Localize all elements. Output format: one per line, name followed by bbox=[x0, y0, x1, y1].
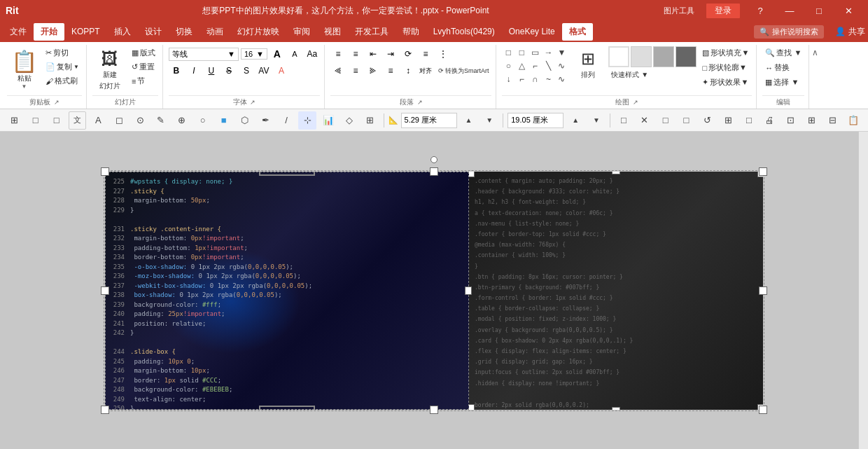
outer-top-left[interactable] bbox=[101, 167, 109, 176]
shape-circle[interactable]: ○ bbox=[502, 60, 514, 72]
window-maximize[interactable]: □ bbox=[805, 0, 833, 21]
tb2-extra1[interactable]: □ bbox=[615, 111, 633, 130]
decrease-indent-button[interactable]: ⇤ bbox=[365, 46, 381, 62]
menu-onekey[interactable]: OneKey Lite bbox=[502, 24, 562, 39]
select-button[interactable]: ▦ 选择 ▼ bbox=[762, 76, 802, 89]
outer-top-center[interactable] bbox=[430, 167, 438, 176]
share-button[interactable]: 👤 共享 bbox=[835, 26, 865, 38]
shape-rect3[interactable]: ▭ bbox=[528, 46, 541, 59]
shape-freeform[interactable]: ∿ bbox=[555, 73, 568, 85]
menu-animation[interactable]: 动画 bbox=[200, 23, 230, 41]
tb2-extra3[interactable]: □ bbox=[657, 111, 675, 130]
height-down[interactable]: ▼ bbox=[587, 111, 606, 130]
shape-outline-button[interactable]: □ 形状轮廓▼ bbox=[699, 61, 752, 74]
strikethrough-button[interactable]: S bbox=[221, 63, 237, 78]
align-center-button[interactable]: ≡ bbox=[348, 63, 363, 78]
shape-arrow[interactable]: → bbox=[542, 46, 554, 59]
menu-insert[interactable]: 插入 bbox=[107, 23, 138, 41]
menu-slideshow[interactable]: 幻灯片放映 bbox=[230, 23, 286, 41]
tb2-extra2[interactable]: ✕ bbox=[636, 111, 654, 130]
menu-file[interactable]: 文件 bbox=[3, 23, 34, 41]
vertical-scrollbar[interactable] bbox=[858, 132, 868, 449]
shape-angle[interactable]: ⌐ bbox=[528, 60, 541, 72]
ribbon-collapse[interactable]: ∧ bbox=[811, 45, 820, 109]
shape-curve[interactable]: ∿ bbox=[555, 60, 568, 72]
shape-curve2[interactable]: ∩ bbox=[528, 73, 541, 85]
style4[interactable] bbox=[676, 46, 696, 67]
tb2-select-btn[interactable]: ⊹ bbox=[298, 111, 316, 130]
drawing-expand-icon[interactable]: ↗ bbox=[633, 99, 638, 106]
tb2-group-btn[interactable]: ⊞ bbox=[361, 111, 379, 130]
text-align-button[interactable]: 对齐 bbox=[418, 63, 433, 78]
reset-button[interactable]: ↺ 重置 bbox=[129, 60, 158, 74]
tb2-extra12[interactable]: 📋 bbox=[844, 111, 862, 130]
italic-button[interactable]: I bbox=[186, 63, 202, 78]
shape-fill-button[interactable]: ▧ 形状填充▼ bbox=[699, 46, 752, 60]
shape-wave[interactable]: ~ bbox=[542, 73, 554, 85]
menu-koppt[interactable]: KOPPT bbox=[64, 24, 107, 39]
slide-image-left[interactable]: 225#wpstats { display: none; } 227.stick… bbox=[105, 172, 469, 410]
tb2-btn8[interactable]: ⊕ bbox=[173, 111, 191, 130]
menu-format[interactable]: 格式 bbox=[562, 23, 593, 41]
tb2-btn1[interactable]: ⊞ bbox=[6, 111, 24, 130]
find-button[interactable]: 🔍 查找 ▼ bbox=[762, 46, 804, 60]
shape-effects-button[interactable]: ✦ 形状效果▼ bbox=[699, 76, 752, 89]
menu-home[interactable]: 开始 bbox=[34, 23, 64, 41]
clear-format-button[interactable]: Aa bbox=[304, 46, 320, 62]
outer-top-right[interactable] bbox=[759, 167, 767, 176]
font-color-button[interactable]: A bbox=[274, 63, 289, 78]
format-painter-button[interactable]: 🖌 格式刷 bbox=[43, 74, 82, 88]
menu-devtools[interactable]: 开发工具 bbox=[348, 23, 396, 41]
shape-more[interactable]: ▼ bbox=[555, 46, 568, 59]
tb2-btn3[interactable]: □ bbox=[48, 111, 66, 130]
outer-right-center[interactable] bbox=[759, 286, 767, 295]
top-left-handle[interactable] bbox=[469, 172, 475, 177]
tb2-fill-btn[interactable]: ⬡ bbox=[236, 111, 254, 130]
height-up[interactable]: ▲ bbox=[566, 111, 584, 130]
outer-bottom-right[interactable] bbox=[759, 406, 767, 414]
tb2-extra7[interactable]: □ bbox=[740, 111, 758, 130]
tb2-extra4[interactable]: □ bbox=[678, 111, 696, 130]
outer-left-center[interactable] bbox=[101, 286, 109, 295]
tb2-btn6[interactable]: ⊙ bbox=[131, 111, 149, 130]
shape-rect[interactable]: □ bbox=[502, 46, 514, 59]
section-button[interactable]: ≡ 节 bbox=[129, 74, 158, 88]
tb2-btn5[interactable]: ◻ bbox=[110, 111, 128, 130]
outer-bottom-left[interactable] bbox=[101, 406, 109, 414]
height-input[interactable] bbox=[507, 113, 564, 128]
outer-rotation[interactable] bbox=[430, 156, 438, 163]
align-text-button[interactable]: ≡ bbox=[418, 46, 433, 62]
bold-button[interactable]: B bbox=[169, 63, 184, 78]
paragraph-expand-icon[interactable]: ↗ bbox=[417, 99, 423, 106]
convert-smartart-button[interactable]: ⟳ 转换为SmartArt bbox=[435, 65, 492, 77]
window-help[interactable]: ? bbox=[746, 0, 774, 21]
increase-font-button[interactable]: A bbox=[270, 46, 285, 62]
menu-help[interactable]: 帮助 bbox=[396, 23, 426, 41]
tb2-extra11[interactable]: ⊟ bbox=[824, 111, 842, 130]
clipboard-expand-icon[interactable]: ↗ bbox=[54, 99, 59, 106]
menu-review[interactable]: 审阅 bbox=[286, 23, 317, 41]
tb2-extra10[interactable]: ⊞ bbox=[803, 111, 821, 130]
shape-rect2[interactable]: □ bbox=[515, 46, 528, 59]
menu-design[interactable]: 设计 bbox=[138, 23, 169, 41]
list-bullets-button[interactable]: ≡ bbox=[330, 46, 346, 62]
font-name-selector[interactable]: 等线 ▼ bbox=[169, 48, 239, 61]
paste-button[interactable]: 📋 粘贴 ▼ bbox=[7, 46, 41, 94]
help-search-box[interactable]: 🔍 操作说明搜索 bbox=[754, 25, 824, 39]
shape-arrow-down[interactable]: ↓ bbox=[502, 73, 514, 85]
style2[interactable] bbox=[631, 46, 652, 67]
replace-button[interactable]: ↔ 替换 bbox=[762, 61, 792, 74]
layout-button[interactable]: ▦ 版式 bbox=[129, 46, 158, 60]
menu-transitions[interactable]: 切换 bbox=[169, 23, 200, 41]
tb2-extra9[interactable]: ⊡ bbox=[782, 111, 800, 130]
slide-image-right[interactable]: .content { margin: auto; padding: 20px; … bbox=[469, 172, 763, 410]
tb2-extra5[interactable]: ↺ bbox=[698, 111, 716, 130]
shape-line[interactable]: ╲ bbox=[542, 60, 554, 72]
tb2-extra8[interactable]: 🖨 bbox=[761, 111, 779, 130]
login-button[interactable]: 登录 bbox=[706, 3, 741, 19]
shape-triangle[interactable]: △ bbox=[515, 60, 528, 72]
new-slide-button[interactable]: 🖼 新建 幻灯片 bbox=[92, 46, 127, 94]
line-spacing-button[interactable]: ↕ bbox=[400, 63, 416, 78]
bottom-center-handle[interactable] bbox=[612, 407, 620, 410]
style1[interactable] bbox=[608, 46, 629, 67]
